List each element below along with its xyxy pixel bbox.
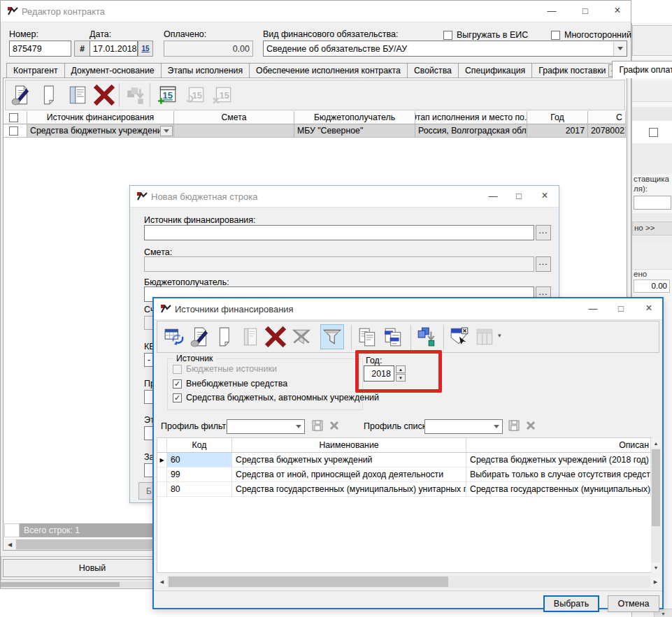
extrabudget-checkbox[interactable]: ✓: [173, 379, 182, 389]
minimize-button[interactable]: —: [541, 2, 563, 19]
edit-row-icon[interactable]: [9, 82, 33, 108]
copy-icon[interactable]: [356, 324, 380, 349]
scroll-left-button[interactable]: ◀: [157, 576, 167, 588]
obligation-combobox[interactable]: Сведение об обязательстве БУ/АУ: [263, 41, 627, 57]
multilateral-checkbox[interactable]: [551, 31, 560, 40]
col-source[interactable]: Источник финансирования: [27, 111, 174, 124]
header-select-checkbox[interactable]: [9, 113, 18, 122]
close-button[interactable]: ×: [638, 300, 660, 317]
row-year-cell[interactable]: 2017: [527, 124, 588, 138]
minimize-button[interactable]: —: [582, 300, 604, 317]
clear-filter-icon[interactable]: [289, 324, 313, 349]
row-estimate-cell[interactable]: [174, 124, 294, 138]
scroll-thumb[interactable]: [1, 582, 120, 587]
row-sum-cell[interactable]: 20780021: [588, 124, 626, 138]
col-code[interactable]: Код: [167, 438, 232, 453]
copy-special-icon[interactable]: [382, 324, 406, 349]
col-name[interactable]: Наименование: [232, 438, 466, 453]
col-receiver[interactable]: Бюджетополучатель: [294, 111, 415, 124]
row-source-dropdown[interactable]: [160, 126, 173, 136]
add-schedule-icon[interactable]: 15: [155, 82, 179, 108]
list-profile-dropdown[interactable]: [491, 421, 502, 433]
scroll-thumb[interactable]: [652, 449, 660, 526]
row2-name-cell[interactable]: Средства от иной, приносящей доход деяте…: [232, 467, 466, 482]
tab-grafik-oplaty[interactable]: График оплаты: [612, 61, 672, 78]
export-eis-checkbox[interactable]: [443, 31, 452, 40]
estimate-picker-button[interactable]: ...: [536, 256, 551, 272]
filter-profile-delete-icon[interactable]: [328, 419, 341, 434]
delete-row-icon[interactable]: [92, 82, 116, 108]
scroll-up-button[interactable]: ▲: [651, 438, 661, 448]
row-source-cell[interactable]: Средства бюджетных учреждений: [27, 124, 174, 138]
delete-schedule-icon[interactable]: 15: [210, 82, 234, 108]
row2-desc-cell[interactable]: Выбирать только в случае отсутствия сред…: [466, 467, 651, 482]
close-button[interactable]: ×: [534, 187, 556, 204]
new-icon[interactable]: [214, 324, 238, 349]
calendar-icon[interactable]: 15: [138, 41, 153, 57]
sort-order-icon[interactable]: [415, 324, 438, 349]
minimize-button[interactable]: —: [482, 187, 504, 204]
obligation-dropdown-button[interactable]: [613, 42, 627, 55]
date-input[interactable]: 17.01.2018: [90, 41, 138, 57]
delete-icon[interactable]: [264, 324, 287, 349]
tab-etapy-ispolneniya[interactable]: Этапы исполнения: [161, 63, 250, 78]
row3-name-cell[interactable]: Средства государственных (муниципальных)…: [232, 482, 466, 497]
autonomous-checkbox[interactable]: ✓: [173, 393, 182, 402]
columns-icon[interactable]: [473, 324, 496, 349]
sources-vscrollbar[interactable]: ▲ ▼: [651, 438, 661, 572]
bg-checkbox[interactable]: [649, 128, 658, 137]
edit-schedule-icon[interactable]: 15: [183, 82, 207, 108]
scroll-thumb[interactable]: [169, 576, 448, 587]
tab-grafik-postavki[interactable]: График поставки: [531, 63, 613, 78]
filter-profile-save-icon[interactable]: [311, 419, 324, 434]
row-receiver-cell[interactable]: МБУ "Северное": [294, 124, 415, 138]
bg-field[interactable]: [634, 196, 671, 210]
tab-svoystva[interactable]: Свойства: [407, 63, 459, 78]
scroll-left-button[interactable]: ◀: [4, 539, 15, 550]
columns-dropdown-button[interactable]: ▾: [498, 332, 501, 339]
tab-kontragent[interactable]: Контрагент: [6, 63, 65, 78]
view-icon[interactable]: [238, 324, 262, 349]
new-row-icon[interactable]: [38, 82, 62, 108]
col-stage[interactable]: Этап исполнения и место по...: [415, 111, 527, 124]
copy-row-icon[interactable]: [66, 82, 90, 108]
move-row-icon[interactable]: [124, 82, 148, 108]
close-button[interactable]: ×: [606, 2, 629, 19]
row1-name-cell[interactable]: Средства бюджетных учреждений: [232, 453, 466, 467]
sources-hscrollbar[interactable]: ◀ ▶: [157, 576, 661, 588]
scroll-right-button[interactable]: ▶: [650, 576, 661, 588]
number-input[interactable]: 875479: [9, 41, 71, 57]
maximize-button[interactable]: □: [574, 2, 596, 19]
source-picker-button[interactable]: ...: [536, 225, 551, 240]
row-stage-cell[interactable]: Россия, Волгоградская област: [415, 124, 527, 138]
list-profile-delete-icon[interactable]: [524, 419, 537, 434]
select-button[interactable]: Выбрать: [543, 595, 599, 612]
row1-code-cell[interactable]: 60: [167, 453, 232, 467]
maximize-button[interactable]: □: [610, 300, 632, 317]
row-select-checkbox[interactable]: [9, 126, 18, 136]
col-sum[interactable]: С: [588, 111, 626, 124]
filter-icon[interactable]: [320, 324, 344, 349]
maximize-button[interactable]: □: [508, 187, 530, 204]
list-profile-save-icon[interactable]: [508, 419, 520, 434]
col-desc[interactable]: Описан: [466, 438, 651, 453]
filter-by-selection-icon[interactable]: [448, 324, 471, 349]
col-year[interactable]: Год: [527, 111, 588, 124]
year-input[interactable]: 2018: [364, 365, 394, 382]
filter-profile-dropdown[interactable]: [293, 421, 304, 433]
year-spin-up[interactable]: ▲: [396, 365, 406, 373]
tab-specifikaciya[interactable]: Спецификация: [458, 63, 532, 78]
source-input[interactable]: [144, 225, 534, 240]
row3-code-cell[interactable]: 80: [167, 482, 232, 497]
row2-code-cell[interactable]: 99: [167, 467, 232, 482]
tab-obespechenie[interactable]: Обеспечение исполнения контракта: [249, 63, 408, 78]
tab-dokument-osnovanie[interactable]: Документ-основание: [64, 63, 162, 78]
row1-desc-cell[interactable]: Средства бюджетных учреждений (2018 год): [466, 453, 651, 467]
number-picker-button[interactable]: #: [74, 41, 90, 57]
col-estimate[interactable]: Смета: [174, 111, 294, 124]
row3-desc-cell[interactable]: Средства государственных (муниципальных)…: [466, 482, 651, 497]
scroll-down-button[interactable]: ▼: [651, 562, 661, 572]
edit-icon[interactable]: [188, 324, 212, 349]
year-spin-down[interactable]: ▼: [396, 374, 406, 382]
cancel-button[interactable]: Отмена: [608, 595, 659, 612]
